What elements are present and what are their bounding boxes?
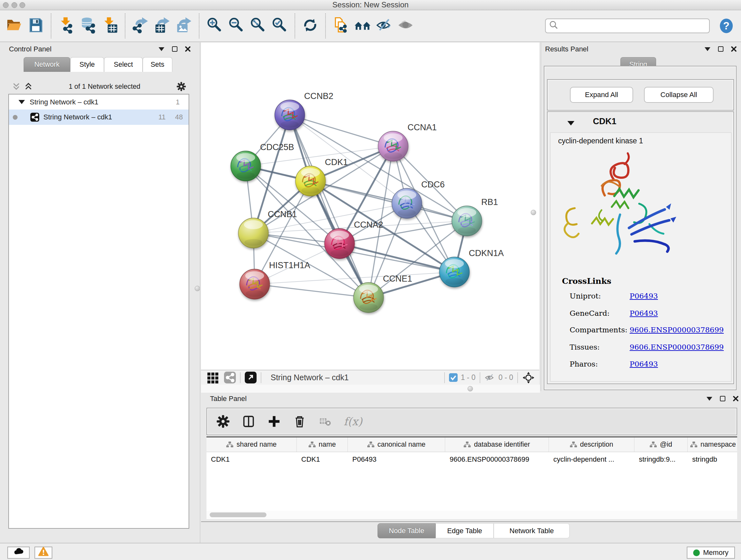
expand-all-button[interactable]: Expand All — [570, 87, 633, 103]
window-minimize-button[interactable] — [11, 2, 17, 8]
show-all-views-button[interactable] — [352, 15, 374, 37]
show-columns-icon[interactable] — [242, 415, 256, 428]
network-node-hist1h1a[interactable] — [240, 269, 270, 299]
column-header-name[interactable]: name — [297, 437, 348, 452]
column-header-namespace[interactable]: namespace — [688, 437, 737, 452]
crosslink-link[interactable]: 9606.ENSP00000378699 — [630, 343, 724, 351]
network-view-tools-button[interactable] — [330, 15, 352, 37]
network-node-cdk1[interactable] — [295, 166, 326, 196]
tab-style[interactable]: Style — [70, 57, 104, 72]
open-session-button[interactable] — [3, 15, 25, 37]
panel-float-icon[interactable] — [720, 396, 725, 401]
add-column-icon[interactable] — [267, 415, 281, 428]
tab-network-table[interactable]: Network Table — [494, 523, 569, 538]
network-node-ccnb1[interactable] — [239, 218, 268, 248]
crosslink-link[interactable]: P06493 — [630, 292, 658, 300]
tree-expand-icon[interactable] — [18, 100, 25, 104]
panel-close-icon[interactable] — [185, 46, 191, 52]
hide-selected-button[interactable] — [374, 15, 395, 37]
tab-network[interactable]: Network — [23, 57, 70, 72]
network-node-cdkn1a[interactable] — [440, 257, 469, 287]
collapse-all-button[interactable]: Collapse All — [644, 87, 714, 103]
column-header-canonical-name[interactable]: canonical name — [348, 437, 445, 452]
table-cell[interactable]: CDK1 — [206, 452, 297, 467]
network-node-cdc25b[interactable] — [231, 151, 261, 181]
search-input[interactable] — [559, 22, 706, 30]
window-zoom-button[interactable] — [19, 2, 25, 8]
network-node-rb1[interactable] — [452, 206, 482, 236]
tab-edge-table[interactable]: Edge Table — [435, 523, 494, 538]
horizontal-splitter[interactable] — [201, 385, 540, 393]
network-node-cdc6[interactable] — [392, 188, 422, 219]
show-hidden-button[interactable] — [395, 15, 417, 37]
scrollbar-thumb[interactable] — [210, 512, 266, 517]
table-cell[interactable]: P06493 — [348, 452, 445, 467]
network-node-ccnb2[interactable] — [275, 100, 305, 130]
import-network-file-button[interactable] — [56, 15, 77, 37]
import-network-database-button[interactable] — [77, 15, 99, 37]
export-image-button[interactable] — [173, 15, 195, 37]
tab-select[interactable]: Select — [104, 57, 143, 72]
panel-close-icon[interactable] — [731, 46, 737, 52]
table-options-gear-icon[interactable] — [216, 415, 230, 428]
table-cell[interactable]: stringdb — [688, 452, 737, 467]
tab-sets[interactable]: Sets — [143, 57, 172, 72]
network-canvas[interactable]: CCNB2CCNA1CDC25BCDK1CDC6RB1CCNB1CCNA2CDK… — [201, 43, 539, 370]
column-header-database-identifier[interactable]: database identifier — [445, 437, 549, 452]
warning-icon — [38, 546, 49, 559]
memory-button[interactable]: Memory — [687, 547, 735, 559]
window-close-button[interactable] — [3, 2, 9, 8]
help-button[interactable]: ? — [718, 17, 735, 34]
card-collapse-icon[interactable] — [567, 121, 575, 125]
export-network-button[interactable] — [130, 15, 151, 37]
crosslink-link[interactable]: P06493 — [630, 309, 658, 317]
delete-column-icon[interactable] — [293, 415, 307, 428]
panel-collapse-icon[interactable] — [706, 397, 712, 401]
tab-node-table[interactable]: Node Table — [378, 523, 435, 538]
network-badge-icon[interactable] — [224, 372, 236, 383]
column-header-shared-name[interactable]: shared name — [206, 437, 297, 452]
network-node-ccna1[interactable] — [378, 131, 408, 161]
network-collection-row[interactable]: String Network – cdk1 1 — [9, 95, 189, 110]
network-options-gear-icon[interactable] — [177, 82, 186, 91]
import-table-file-button[interactable] — [99, 15, 121, 37]
zoom-selected-button[interactable] — [269, 15, 290, 37]
export-table-button[interactable] — [151, 15, 173, 37]
grid-view-icon[interactable] — [207, 372, 219, 384]
crosslink-link[interactable]: 9606.ENSP00000378699 — [630, 326, 724, 334]
splitter-handle[interactable] — [531, 210, 536, 215]
cloud-services-button[interactable] — [7, 547, 30, 559]
birds-eye-view-icon[interactable] — [245, 372, 257, 383]
table-cell[interactable]: 9606.ENSP00000378699 — [445, 452, 549, 467]
network-node-ccne1[interactable] — [354, 283, 384, 313]
selected-checkbox-icon[interactable] — [449, 373, 458, 382]
crosslink-link[interactable]: P06493 — [630, 360, 658, 368]
network-row-selected[interactable]: String Network – cdk1 11 48 — [9, 110, 189, 125]
splitter-handle[interactable] — [195, 286, 200, 291]
collapse-all-networks-icon[interactable] — [24, 82, 32, 91]
table-cell[interactable]: CDK1 — [297, 452, 348, 467]
refresh-view-button[interactable] — [299, 15, 321, 37]
panel-collapse-icon[interactable] — [704, 47, 711, 51]
panel-close-icon[interactable] — [733, 396, 738, 401]
panel-collapse-icon[interactable] — [158, 47, 164, 51]
zoom-out-button[interactable] — [225, 15, 247, 37]
table-row[interactable]: CDK1CDK1P064939606.ENSP00000378699cyclin… — [206, 452, 737, 467]
panel-float-icon[interactable] — [172, 46, 178, 52]
search-field[interactable] — [545, 18, 710, 33]
table-horizontal-scrollbar[interactable] — [206, 511, 737, 519]
panel-float-icon[interactable] — [718, 46, 724, 52]
network-node-ccna2[interactable] — [325, 229, 354, 259]
zoom-in-button[interactable] — [204, 15, 225, 37]
splitter-handle[interactable] — [468, 386, 473, 391]
column-header--id[interactable]: @id — [634, 437, 688, 452]
zoom-fit-button[interactable] — [247, 15, 269, 37]
network-node-label: CCNB1 — [268, 209, 297, 219]
warnings-button[interactable] — [35, 547, 52, 559]
table-cell[interactable]: cyclin-dependent ... — [549, 452, 634, 467]
expand-all-networks-icon[interactable] — [12, 82, 20, 91]
fit-selected-crosshair-icon[interactable] — [522, 371, 535, 384]
table-cell[interactable]: stringdb:9... — [634, 452, 688, 467]
save-session-button[interactable] — [25, 15, 47, 37]
column-header-description[interactable]: description — [549, 437, 634, 452]
